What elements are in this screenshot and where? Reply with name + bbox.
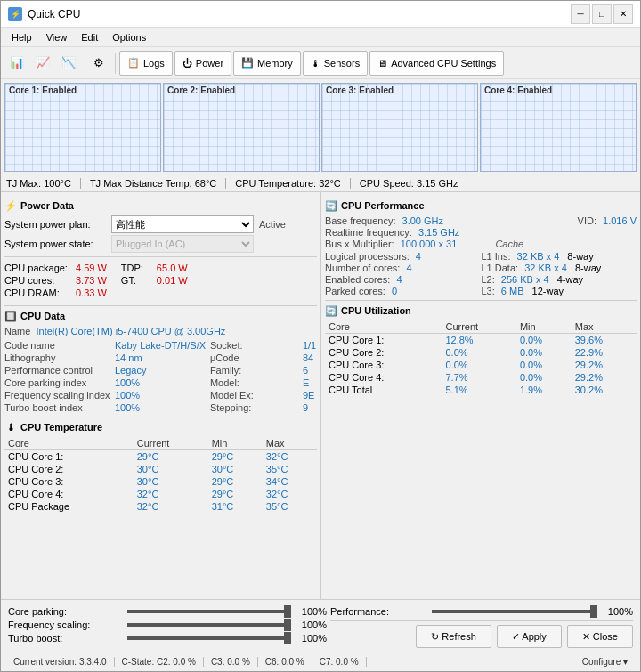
logs-button[interactable]: 📋 Logs (119, 51, 173, 76)
l3-row: L3: 6 MB 12-way (482, 286, 637, 296)
slider-parking-fill (127, 610, 291, 613)
advanced-cpu-button[interactable]: 🖥 Advanced CPU Settings (369, 51, 504, 76)
slider-parking: Core parking: 100% (8, 606, 327, 617)
util-min: 0.0% (516, 346, 572, 359)
slider-freq: Frequency scaling: 100% (8, 619, 327, 630)
close-button[interactable]: ✕ (613, 4, 633, 24)
app-icon-glyph: ⚡ (11, 10, 20, 19)
cpu-perf-grid: Base frequency: 3.00 GHz VID: 1.016 V Re… (325, 215, 637, 296)
main-content: ⚡ Power Data System power plan: 高性能 Acti… (1, 192, 640, 599)
parking-val: 100% (115, 377, 207, 388)
sensors-button[interactable]: 🌡 Sensors (303, 51, 368, 76)
realtime-row: Realtime frequency: 3.15 GHz (325, 227, 637, 238)
power-plan-select[interactable]: 高性能 (111, 215, 254, 233)
l1data-row: L1 Data: 32 KB x 4 8-way (482, 263, 637, 273)
l3-way: 12-way (532, 286, 564, 296)
slider-parking-pct: 100% (295, 606, 327, 617)
l3-val: 6 MB (501, 286, 524, 296)
maximize-button[interactable]: □ (592, 4, 612, 24)
socket-label: Socket: (210, 340, 299, 351)
menu-edit[interactable]: Edit (74, 30, 105, 45)
cores-count-label: Number of cores: (325, 263, 400, 273)
slider-perf-track[interactable] (432, 610, 597, 613)
power-dram-label: CPU DRAM: (4, 287, 76, 298)
turbo-label: Turbo boost index (4, 402, 111, 413)
power-state-label: System power state: (4, 239, 111, 249)
menu-help[interactable]: Help (4, 30, 39, 45)
memory-button[interactable]: 💾 Memory (233, 51, 301, 76)
temp-max: 32°C (263, 488, 317, 500)
slider-freq-track[interactable] (127, 623, 291, 627)
power-dram-val: 0.33 W (76, 287, 107, 298)
sensors-icon: 🌡 (311, 58, 320, 69)
slider-parking-label: Core parking: (8, 606, 124, 617)
cpu-name-val: Intel(R) Core(TM) i5-7400 CPU @ 3.00GHz (36, 326, 225, 336)
temp-table-row: CPU Core 4: 32°C 29°C 32°C (4, 488, 317, 500)
model-label: Model: (210, 377, 299, 388)
power-dram-row: CPU DRAM: 0.33 W (4, 287, 107, 298)
util-col-current: Current (442, 320, 515, 334)
temp-current: 32°C (134, 488, 208, 500)
toolbar: 📊 📈 📉 ⚙ 📋 Logs ⏻ Power 💾 Memory 🌡 Sensor… (1, 47, 640, 79)
l2-val: 256 KB x 4 (501, 274, 549, 285)
util-table-row: CPU Total 5.1% 1.9% 30.2% (325, 384, 637, 396)
enabled-val: 4 (396, 274, 402, 285)
cpu-temp-header: 🌡 CPU Temperature (4, 421, 317, 433)
cpu-perf-title: CPU Performance (341, 200, 425, 211)
l2-label: L2: (482, 274, 495, 285)
chart3-button[interactable]: 📉 (56, 51, 81, 76)
util-current: 5.1% (442, 384, 515, 396)
power-package-val: 4.59 W (76, 263, 107, 273)
core1-title: Core 1: Enabled (9, 85, 77, 95)
slider-turbo-track[interactable] (127, 636, 291, 640)
logical-row: Logical processors: 4 (325, 251, 481, 262)
cache-header: Cache (495, 239, 523, 249)
menu-options[interactable]: Options (105, 30, 153, 45)
cpu-temp-icon: 🌡 (4, 421, 17, 433)
litho-val: 14 nm (115, 352, 207, 363)
power-gt-val: 0.01 W (157, 275, 188, 286)
enabled-row: Enabled cores: 4 (325, 274, 481, 285)
power-cores-label: CPU cores: (4, 275, 76, 286)
cstate-c6: C6: 0.0 % (258, 657, 312, 667)
l2-way: 4-way (557, 274, 583, 285)
l1data-label: L1 Data: (482, 263, 519, 273)
ucode-val: 84 (303, 352, 317, 363)
util-min: 0.0% (516, 334, 572, 347)
logs-icon: 📋 (127, 57, 140, 69)
stepping-val: 9 (303, 402, 317, 413)
logical-val: 4 (416, 251, 421, 262)
util-max: 30.2% (572, 384, 637, 396)
version-text: Current version: 3.3.4.0 (6, 657, 115, 667)
cpu-name-row: Name Intel(R) Core(TM) i5-7400 CPU @ 3.0… (4, 326, 317, 336)
minimize-button[interactable]: ─ (571, 4, 590, 24)
cores-count-val: 4 (406, 263, 411, 273)
util-core-name: CPU Total (325, 384, 442, 396)
cpu-perf-icon: 🔄 (325, 199, 337, 212)
configure-button[interactable]: Configure ▾ (575, 657, 635, 667)
temp-core-name: CPU Package (4, 500, 134, 513)
refresh-button[interactable]: ↻ Refresh (416, 625, 491, 648)
base-freq-label: Base frequency: (325, 215, 396, 226)
cpu-speed-stat: CPU Speed: 3.15 GHz (351, 178, 467, 189)
gear-button[interactable]: ⚙ (86, 51, 111, 76)
apply-button[interactable]: ✓ Apply (497, 625, 562, 648)
cstate-c2: C-State: C2: 0.0 % (115, 657, 204, 667)
power-plan-label: System power plan: (4, 219, 111, 230)
temp-core-name: CPU Core 2: (4, 463, 134, 475)
title-text: Quick CPU (28, 8, 571, 20)
temp-min: 30°C (208, 463, 263, 475)
family-val: 6 (303, 365, 317, 376)
cpu-perf-header: 🔄 CPU Performance (325, 199, 637, 212)
util-table-row: CPU Core 4: 7.7% 0.0% 29.2% (325, 371, 637, 384)
slider-parking-track[interactable] (127, 610, 291, 613)
chart1-button[interactable]: 📊 (4, 51, 29, 76)
chart2-button[interactable]: 📈 (30, 51, 55, 76)
power-cores-row: CPU cores: 3.73 W (4, 275, 107, 286)
power-gt-label: GT: (121, 275, 157, 286)
power-button[interactable]: ⏻ Power (174, 51, 231, 76)
menu-view[interactable]: View (39, 30, 75, 45)
util-table-row: CPU Core 3: 0.0% 0.0% 29.2% (325, 359, 637, 371)
close-action-button[interactable]: ✕ Close (567, 625, 633, 648)
bottom-content: Core parking: 100% Frequency scaling: 10… (8, 603, 633, 648)
